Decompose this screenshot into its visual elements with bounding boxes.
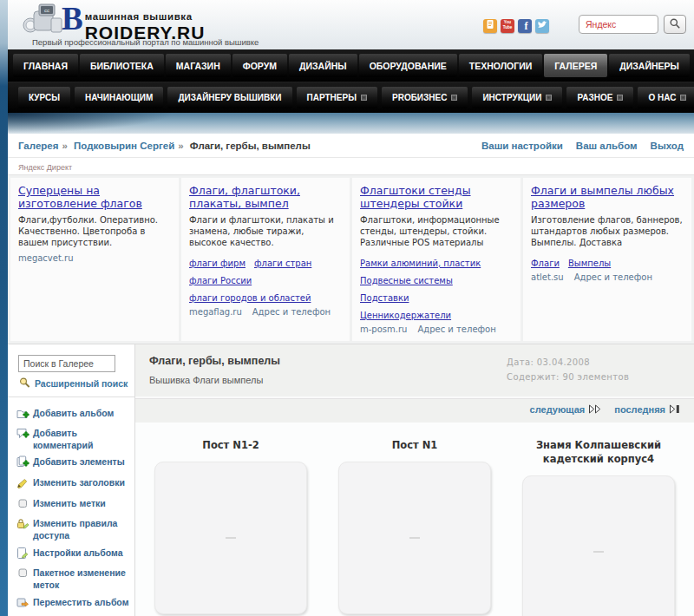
main-nav-row2: КУРСЫ НАЧИНАЮЩИМ ДИЗАЙНЕРУ ВЫШИВКИ ПАРТН… [8,82,694,113]
ad-contact-link[interactable]: Адрес и телефон [574,272,652,282]
ad-sublink[interactable]: Подставки [360,293,409,303]
breadcrumb: Галерея» Подковырин Сергей» Флаги, гербы… [18,141,318,151]
sidebar-action[interactable]: Настройки альбома [14,545,132,566]
nav-item[interactable]: ГАЛЕРЕЯ [544,54,607,77]
social-icon[interactable]: YouTube [501,19,514,33]
nav-item[interactable]: НАЧИНАЮЩИМ [75,87,163,108]
ad-domain-link[interactable]: atlet.su [531,272,564,282]
ad-sublink[interactable]: Рамки алюминий, пластик [360,259,481,268]
ad-sublink[interactable]: Вымпелы [568,259,611,268]
nav-item[interactable]: КУРСЫ [18,87,70,108]
gallery-search-input[interactable] [18,355,115,372]
dropdown-indicator-icon [546,95,552,101]
nav-item[interactable]: ИНСТРУКЦИИ [472,87,562,108]
user-link[interactable]: Ваши настройки [481,141,563,151]
logo[interactable]: B машинная вышивка ROIDERY.RU [62,5,205,42]
sidebar-action[interactable]: Изменить правила доступа [14,515,132,544]
pagination-row: следующая последняя [135,396,694,423]
nav-item[interactable]: ДИЗАЙНЫ [289,54,357,77]
sidebar-divider [8,396,134,397]
ad-sublink[interactable]: Подвесные системы [360,276,453,285]
ad-sublink[interactable]: Флаги [531,259,560,268]
user-link[interactable]: Ваш альбом [576,141,638,151]
dropdown-indicator-icon [617,95,623,101]
gallery-content: Флаги, гербы, вымпелы Вышивка Флаги вымп… [134,344,694,616]
ad-sublink[interactable]: Ценникодержатели [360,311,451,320]
ad-domain-link[interactable]: m-posm.ru [360,324,407,334]
ad-card: Флаги и вымпелы любых размеров Изготовле… [523,178,691,341]
sidebar-action[interactable]: Изменить метки [14,495,132,516]
ad-contact-link[interactable]: Адрес и телефон [417,324,495,334]
gallery-item-title[interactable]: Знамя Колпашевский кадетский корпус4 [524,438,673,466]
broken-image-icon [409,537,420,538]
gallery-grid: Пост N1-2 Дата: 10.06.2015 Новый « опера… [135,423,694,616]
gallery-item-image[interactable] [338,462,491,614]
nav-item[interactable]: PROБИЗНЕС [382,87,468,108]
album-count: Содержит: 90 элементов [507,370,680,384]
nav-item[interactable]: ТЕХНОЛОГИИ [459,54,543,77]
sidebar-action[interactable]: Переместить альбом [14,594,132,615]
sidebar-action[interactable]: Добавить элементы [14,454,132,475]
sidebar-action[interactable]: Пакетное изменение меток [14,565,132,593]
social-icons: YouTube f [483,19,549,33]
ad-sublink[interactable]: флаги стран [254,259,311,268]
ad-domain-link[interactable]: megaflag.ru [189,307,242,317]
breadcrumb-row: Галерея» Подковырин Сергей» Флаги, гербы… [8,134,694,158]
ad-body-text: Изготовление флагов, баннеров, штандарто… [531,214,684,249]
nav-item[interactable]: РАЗНОЕ [566,87,633,108]
gallery-item: Пост N1-2 Дата: 10.06.2015 Новый « опера… [139,424,323,616]
sidebar-action[interactable]: Изменить заголовки [14,475,132,495]
social-icon[interactable] [535,19,549,33]
pagination-last-link[interactable]: последняя [614,404,680,416]
nav-item[interactable]: ГЛАВНАЯ [13,54,78,77]
album-date: Дата: 03.04.2008 [507,355,680,370]
ad-title-link[interactable]: Флаги и вымпелы любых размеров [531,184,684,210]
social-icon[interactable]: f [518,19,532,33]
pagination-next-link[interactable]: следующая [530,404,603,416]
nav-item[interactable]: ДИЗАЙНЕРЫ [609,54,690,77]
breadcrumb-item: Подковырин Сергей» [74,141,187,151]
nav-item[interactable]: МАГАЗИН [166,54,231,77]
album-add-icon [16,407,29,423]
next-page-icon [588,404,602,416]
gallery-item: Пост N1 Дата: 10.06.2015 Новый « операци… [323,424,507,616]
gallery-item-image[interactable] [522,475,675,616]
nav-item[interactable]: БИБЛИОТЕКА [80,54,164,77]
nav-item[interactable]: ПАРТНЕРЫ [297,87,377,108]
album-title: Флаги, гербы, вымпелы [149,355,280,367]
yandex-search-input[interactable] [579,15,658,34]
breadcrumb-item: Галерея» [18,141,71,151]
search-button[interactable] [664,15,686,34]
ad-contact-link[interactable]: Адрес и телефон [252,307,331,317]
sidebar-action[interactable]: Добавить альбом [14,405,132,426]
nav-item[interactable]: ФОРУМ [232,54,287,77]
user-link[interactable]: Выход [651,141,684,151]
nav-item[interactable]: ОБОРУДОВАНИЕ [359,54,457,77]
ad-title-link[interactable]: Флагштоки стенды штендеры стойки [360,184,513,210]
gallery-item-image[interactable] [154,462,307,614]
ad-title-link[interactable]: Флаги, флагштоки, плакаты, вымпел [189,184,342,210]
ad-domain-link[interactable]: megacvet.ru [18,253,74,263]
ad-sublink[interactable]: флаги фирм [189,259,246,268]
edit-titles-icon [16,476,29,493]
svg-text:You: You [504,20,512,24]
sidebar-action[interactable]: Добавить комментарий [14,425,132,454]
ad-sublink[interactable]: флаги городов и областей [189,293,311,303]
gallery-item-title[interactable]: Пост N1 [340,438,489,452]
youtube-icon: YouTube [501,17,514,35]
ad-body-text: Флаги и флагштоки, плакаты и знамена, лю… [189,214,342,249]
facebook-icon: f [518,17,532,35]
move-album-icon [16,596,29,613]
advanced-search-link[interactable]: Расширенный поиск [18,377,134,390]
album-header: Флаги, гербы, вымпелы Вышивка Флаги вымп… [135,344,694,396]
nav-item[interactable]: О НАС [638,87,694,108]
dropdown-indicator-icon [451,95,457,101]
gallery-item-title[interactable]: Пост N1-2 [156,438,305,452]
social-icon[interactable] [483,19,497,33]
ad-sublink[interactable]: флаги России [189,276,252,285]
yandex-direct-label: Яндекс Директ [8,158,694,174]
access-icon [16,517,29,534]
nav-item[interactable]: ДИЗАЙНЕРУ ВЫШИВКИ [167,87,291,108]
ad-title-link[interactable]: Суперцены на изготовление флагов [18,184,171,210]
search-icon [18,377,31,390]
